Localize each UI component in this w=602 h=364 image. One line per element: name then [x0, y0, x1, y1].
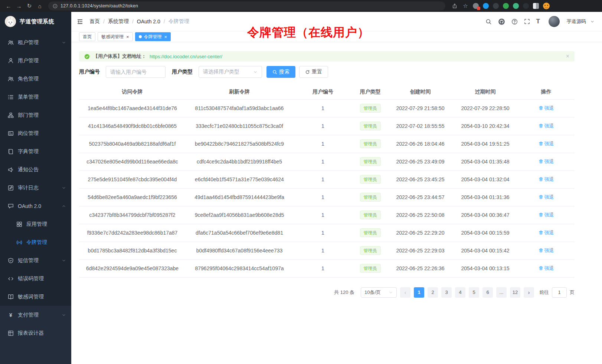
refresh-token-cell: 8796295f04064c2983414cc54af1097a — [186, 259, 293, 277]
sidebar-item-岗位管理[interactable]: 岗位管理 — [0, 124, 71, 142]
tab-split-icon[interactable] — [533, 3, 539, 9]
tab-首页[interactable]: 首页 — [79, 32, 95, 41]
extension-icon-6[interactable] — [523, 3, 529, 9]
share-icon[interactable] — [451, 1, 458, 10]
sidebar-item-敏感词管理[interactable]: 敏感词管理 — [0, 288, 71, 306]
extension-icon-5[interactable] — [513, 3, 519, 9]
sidebar-item-菜单管理[interactable]: 菜单管理 — [0, 88, 71, 106]
extension-icon-3[interactable] — [493, 3, 499, 9]
user-avatar[interactable] — [549, 16, 560, 27]
sidebar-item-短信管理[interactable]: 短信管理 — [0, 251, 71, 269]
github-icon[interactable] — [498, 18, 505, 25]
sidebar-item-label: 菜单管理 — [18, 94, 39, 100]
alert-link[interactable]: https://doc.iocoder.cn/user-center/ — [150, 54, 222, 59]
force-logout-button[interactable]: 强退 — [539, 194, 554, 201]
user-id-cell: 1 — [293, 117, 353, 135]
force-logout-button[interactable]: 强退 — [539, 247, 554, 254]
column-header-用户编号: 用户编号 — [293, 85, 353, 99]
fullscreen-icon[interactable] — [524, 19, 530, 24]
page-size-select[interactable]: 10条/页 — [361, 287, 397, 298]
user-name[interactable]: 芋道源码 — [567, 18, 586, 25]
force-logout-button[interactable]: 强退 — [539, 140, 554, 147]
access-token-cell: c342377bf8b344799dcbf7bf095287f2 — [79, 206, 186, 224]
page-button-3[interactable]: 3 — [441, 287, 452, 298]
user-type-select[interactable]: 请选择用户类型 — [199, 66, 262, 78]
force-logout-button[interactable]: 强退 — [539, 105, 554, 112]
tab-敏感词管理[interactable]: 敏感词管理× — [98, 32, 133, 41]
more-pages-button[interactable]: ... — [496, 287, 507, 298]
action-cell: 强退 — [518, 242, 575, 259]
table-row: 41c41346a548490f9dc8b01c6bfe0865333ecfc7… — [79, 117, 575, 135]
table-row: b0d1785bc3a8482f812db4a3f3bd15ecb0df4980… — [79, 242, 575, 259]
user-id-cell: 1 — [293, 171, 353, 188]
breadcrumb-separator: / — [132, 19, 134, 24]
breadcrumb-item[interactable]: OAuth 2.0 — [137, 19, 160, 24]
sidebar-item-通知公告[interactable]: 通知公告 — [0, 161, 71, 179]
sidebar-item-部门管理[interactable]: 部门管理 — [0, 106, 71, 124]
expire-time-cell: 2054-03-04 00:36:47 — [453, 206, 518, 224]
sidebar-item-应用管理[interactable]: 应用管理 — [0, 215, 71, 233]
force-logout-button[interactable]: 强退 — [539, 265, 554, 272]
close-icon[interactable]: × — [126, 34, 129, 39]
menu-collapse-icon[interactable] — [77, 19, 83, 25]
forward-icon[interactable]: → — [14, 1, 24, 10]
extension-icon-2[interactable] — [483, 3, 489, 9]
extension-icon-4[interactable] — [503, 3, 509, 9]
user-id-input[interactable] — [106, 66, 166, 78]
breadcrumb-item[interactable]: 系统管理 — [108, 18, 129, 25]
page-button-12[interactable]: 12 — [510, 287, 520, 298]
home-icon[interactable]: ⌂ — [35, 1, 45, 10]
force-logout-button[interactable]: 强退 — [539, 229, 554, 236]
bookmark-star-icon[interactable]: ☆ — [462, 1, 469, 10]
trash-icon — [539, 230, 543, 235]
page-button-2[interactable]: 2 — [428, 287, 438, 298]
user-type-cell: 管理员 — [353, 171, 388, 188]
help-icon[interactable] — [511, 19, 518, 25]
sidebar-item-令牌管理[interactable]: 令牌管理 — [0, 233, 71, 251]
goto-page-input[interactable] — [552, 287, 567, 298]
action-cell: 强退 — [518, 171, 575, 188]
search-icon[interactable] — [485, 19, 492, 25]
force-logout-button[interactable]: 强退 — [539, 176, 554, 183]
close-icon[interactable]: × — [566, 53, 569, 59]
site-info-icon[interactable] — [53, 4, 58, 9]
page-button-4[interactable]: 4 — [455, 287, 465, 298]
next-page-button[interactable]: › — [524, 287, 534, 298]
browser-profile-avatar[interactable] — [543, 3, 550, 9]
close-icon[interactable]: × — [164, 34, 167, 39]
refresh-token-cell: b0df4980ffd34c67a08f9156e4eee733 — [186, 242, 293, 259]
sidebar-item-OAuth 2.0[interactable]: OAuth 2.0 — [0, 197, 71, 215]
page-button-5[interactable]: 5 — [469, 287, 479, 298]
sidebar-item-错误码管理[interactable]: 错误码管理 — [0, 269, 71, 288]
user-type-tag: 管理员 — [360, 104, 381, 113]
page-button-1[interactable]: 1 — [414, 287, 424, 298]
sidebar-item-报表设计器[interactable]: 报表设计器 — [0, 324, 71, 342]
force-logout-button[interactable]: 强退 — [539, 123, 554, 129]
search-button[interactable]: 搜索 — [266, 66, 295, 78]
action-label: 强退 — [544, 247, 554, 254]
reload-icon[interactable]: ↻ — [24, 1, 34, 10]
users-icon — [8, 40, 14, 46]
page-button-6[interactable]: 6 — [482, 287, 493, 298]
sidebar-item-用户管理[interactable]: 用户管理 — [0, 52, 71, 70]
sidebar-item-审计日志[interactable]: 审计日志 — [0, 179, 71, 197]
sidebar-item-label: OAuth 2.0 — [18, 203, 41, 209]
app-logo[interactable]: 芋道管理系统 — [0, 12, 71, 31]
tab-令牌管理[interactable]: 令牌管理× — [135, 32, 171, 41]
sidebar-item-租户管理[interactable]: 租户管理 — [0, 33, 71, 52]
user-id-cell: 1 — [293, 188, 353, 206]
sidebar-item-支付管理[interactable]: ¥支付管理 — [0, 306, 71, 324]
back-icon[interactable]: ← — [4, 1, 13, 10]
user-type-tag: 管理员 — [360, 122, 381, 130]
force-logout-button[interactable]: 强退 — [539, 212, 554, 218]
user-type-cell: 管理员 — [353, 259, 388, 277]
sidebar-item-角色管理[interactable]: 角色管理 — [0, 70, 71, 88]
prev-page-button[interactable]: ‹ — [400, 287, 410, 298]
force-logout-button[interactable]: 强退 — [539, 158, 554, 165]
address-bar[interactable]: 127.0.0.1:1024/system/oauth2/token — [48, 1, 445, 10]
reset-button[interactable]: 重置 — [299, 66, 328, 78]
extension-icon-1[interactable] — [473, 3, 479, 9]
breadcrumb-item[interactable]: 首页 — [89, 18, 100, 25]
font-size-icon[interactable]: T — [536, 18, 540, 25]
sidebar-item-字典管理[interactable]: 字典管理 — [0, 142, 71, 161]
